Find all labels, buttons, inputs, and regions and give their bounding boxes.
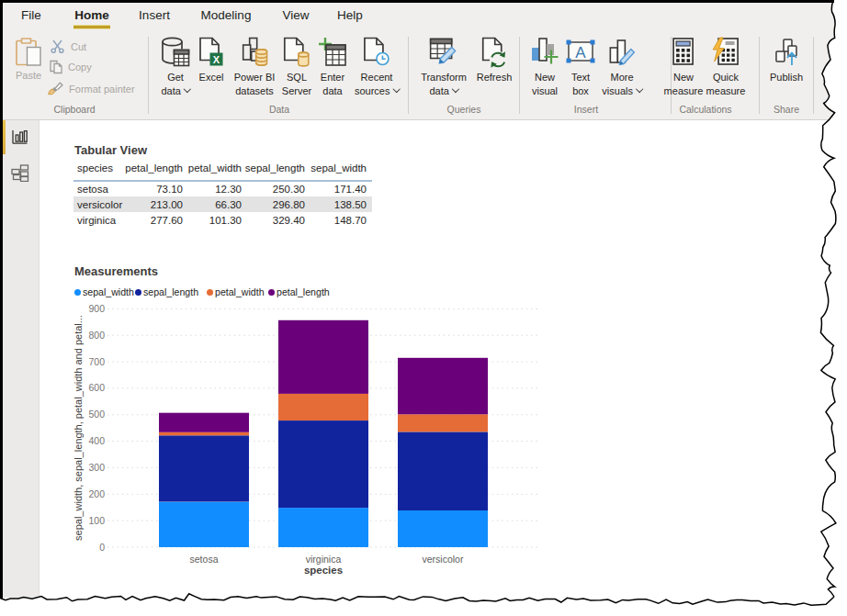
svg-text:500: 500 [88, 409, 105, 420]
svg-text:setosa: setosa [190, 554, 219, 565]
svg-text:0: 0 [99, 542, 105, 553]
svg-text:900: 900 [88, 303, 105, 314]
svg-text:200: 200 [88, 488, 105, 499]
svg-text:versicolor: versicolor [423, 554, 464, 565]
svg-text:sepal_width, sepal_length, pet: sepal_width, sepal_length, petal_width a… [73, 315, 84, 541]
svg-text:300: 300 [88, 462, 105, 473]
svg-text:virginica: virginica [306, 554, 342, 565]
svg-text:species: species [304, 565, 343, 576]
svg-text:400: 400 [88, 435, 105, 446]
svg-text:600: 600 [88, 382, 105, 393]
svg-text:100: 100 [88, 515, 105, 526]
svg-text:X: X [213, 54, 220, 65]
svg-text:800: 800 [88, 330, 105, 341]
svg-text:700: 700 [88, 356, 105, 367]
svg-text:A: A [575, 44, 586, 62]
